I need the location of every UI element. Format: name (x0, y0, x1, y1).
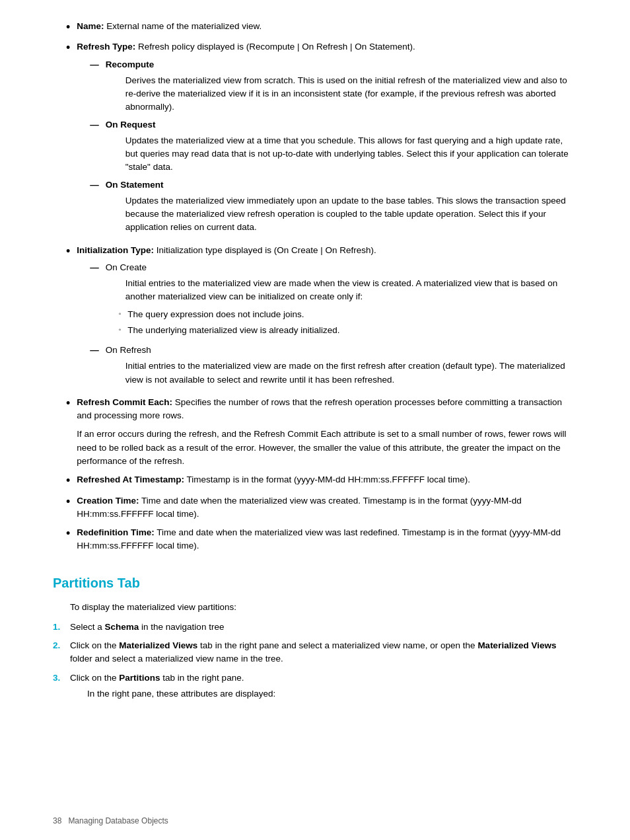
em-dash-2: — (90, 118, 99, 132)
bullet-init-text: Initialization type displayed is (On Cre… (154, 245, 376, 255)
bullet-dot-2: • (66, 40, 70, 56)
bullet-refreshed-at-content: Refreshed At Timestamp: Timestamp is in … (77, 473, 577, 486)
circle-item-1: ◦ The query expression does not include … (119, 308, 577, 321)
sub-on-refresh-desc: Initial entries to the materialized view… (125, 360, 577, 387)
sub-on-refresh-content: On Refresh Initial entries to the materi… (106, 344, 577, 387)
step-1: 1. Select a Schema in the navigation tre… (53, 621, 577, 634)
sub-on-create-content: On Create Initial entries to the materia… (106, 261, 577, 340)
bullet-name-content: Name: External name of the materialized … (77, 20, 577, 33)
bullet-refreshed-at: • Refreshed At Timestamp: Timestamp is i… (53, 473, 577, 488)
bullet-creation-time-label: Creation Time: (77, 496, 139, 506)
circle-text-2: The underlying materialized view is alre… (127, 324, 339, 337)
bullet-refresh-text: Refresh policy displayed is (Recompute |… (135, 42, 415, 52)
circle-dot-1: ◦ (119, 308, 122, 320)
bullet-redef-time-content: Redefinition Time: Time and date when th… (77, 526, 577, 553)
sub-on-create-heading: On Create (106, 262, 147, 272)
bullet-init-content: Initialization Type: Initialization type… (77, 244, 577, 391)
sub-on-refresh-heading: On Refresh (106, 345, 151, 355)
bullet-refreshed-at-text: Timestamp is in the format (yyyy-MM-dd H… (184, 475, 470, 484)
bullet-creation-time: • Creation Time: Time and date when the … (53, 494, 577, 521)
bullet-refreshed-at-label: Refreshed At Timestamp: (77, 475, 184, 484)
step-3: 3. Click on the Partitions tab in the ri… (53, 671, 577, 701)
bullet-dot: • (66, 20, 70, 35)
bullet-redef-time: • Redefinition Time: Time and date when … (53, 526, 577, 553)
step-2-bold1: Materialized Views (119, 640, 197, 650)
sub-recompute-desc: Derives the materialized view from scrat… (125, 74, 577, 114)
bullet-refresh-label: Refresh Type: (77, 42, 135, 52)
step-2-content: Click on the Materialized Views tab in t… (70, 639, 577, 666)
bullet-name: • Name: External name of the materialize… (53, 20, 577, 35)
refresh-commit-extra: If an error occurs during the refresh, a… (77, 428, 577, 468)
step-2: 2. Click on the Materialized Views tab i… (53, 639, 577, 666)
sub-on-create-desc: Initial entries to the materialized view… (125, 277, 577, 304)
step-3-bold: Partitions (119, 673, 160, 683)
bullet-refresh-content: Refresh Type: Refresh policy displayed i… (77, 40, 577, 238)
bullet-creation-time-text: Time and date when the materialized view… (77, 496, 522, 519)
sub-on-request-heading: On Request (106, 120, 156, 130)
sub-on-request: — On Request Updates the materialized vi… (90, 118, 577, 174)
footer-page-num: 38 (53, 816, 61, 825)
sub-on-create: — On Create Initial entries to the mater… (90, 261, 577, 340)
step-3-content: Click on the Partitions tab in the right… (70, 671, 577, 701)
bullet-dot-7: • (66, 526, 70, 541)
circle-item-2: ◦ The underlying materialized view is al… (119, 324, 577, 337)
sub-on-request-content: On Request Updates the materialized view… (106, 118, 577, 174)
page-footer: 38 Managing Database Objects (53, 815, 168, 827)
bullet-creation-time-content: Creation Time: Time and date when the ma… (77, 494, 577, 521)
step-1-num: 1. (53, 621, 65, 634)
circle-list-create: ◦ The query expression does not include … (119, 308, 577, 338)
bullet-dot-3: • (66, 244, 70, 259)
bullet-refresh-type: • Refresh Type: Refresh policy displayed… (53, 40, 577, 238)
circle-dot-2: ◦ (119, 324, 122, 336)
sub-on-statement-desc: Updates the materialized view immediatel… (125, 194, 577, 235)
em-dash-5: — (90, 344, 99, 357)
page-content: • Name: External name of the materialize… (0, 0, 630, 840)
sub-on-request-desc: Updates the materialized view at a time … (125, 134, 577, 174)
sub-on-statement-content: On Statement Updates the materialized vi… (106, 178, 577, 235)
bullet-refresh-commit-content: Refresh Commit Each: Specifies the numbe… (77, 396, 577, 468)
sub-on-refresh: — On Refresh Initial entries to the mate… (90, 344, 577, 387)
step-3-num: 3. (53, 671, 65, 685)
bullet-init-type: • Initialization Type: Initialization ty… (53, 244, 577, 391)
bullet-refresh-commit-label: Refresh Commit Each: (77, 397, 172, 407)
numbered-steps-list: 1. Select a Schema in the navigation tre… (53, 621, 577, 701)
footer-text: Managing Database Objects (68, 816, 168, 825)
em-dash-3: — (90, 178, 99, 192)
bullet-dot-6: • (66, 494, 70, 510)
bullet-dot-4: • (66, 396, 70, 411)
bullet-refresh-commit: • Refresh Commit Each: Specifies the num… (53, 396, 577, 468)
sub-on-statement-heading: On Statement (106, 180, 164, 190)
main-bullet-list: • Name: External name of the materialize… (53, 20, 577, 553)
em-dash-1: — (90, 58, 99, 71)
bullet-init-label: Initialization Type: (77, 245, 154, 255)
bullet-redef-time-label: Redefinition Time: (77, 527, 155, 537)
sub-on-statement: — On Statement Updates the materialized … (90, 178, 577, 235)
step-2-num: 2. (53, 639, 65, 652)
step-1-content: Select a Schema in the navigation tree (70, 621, 577, 634)
partitions-intro: To display the materialized view partiti… (70, 601, 577, 614)
step-2-bold2: Materialized Views (477, 640, 556, 650)
step-3-sub: In the right pane, these attributes are … (87, 687, 577, 701)
sub-recompute-content: Recompute Derives the materialized view … (106, 58, 577, 114)
sub-recompute-heading: Recompute (106, 59, 155, 69)
bullet-name-label: Name: (77, 21, 104, 31)
init-sub-list: — On Create Initial entries to the mater… (90, 261, 577, 387)
refresh-sub-list: — Recompute Derives the materialized vie… (90, 58, 577, 235)
step-1-bold: Schema (105, 622, 139, 632)
bullet-dot-5: • (66, 473, 70, 488)
em-dash-4: — (90, 261, 99, 274)
sub-recompute: — Recompute Derives the materialized vie… (90, 58, 577, 114)
circle-text-1: The query expression does not include jo… (127, 308, 304, 321)
partitions-tab-heading: Partitions Tab (53, 573, 577, 593)
bullet-name-text: External name of the materialized view. (104, 21, 262, 31)
